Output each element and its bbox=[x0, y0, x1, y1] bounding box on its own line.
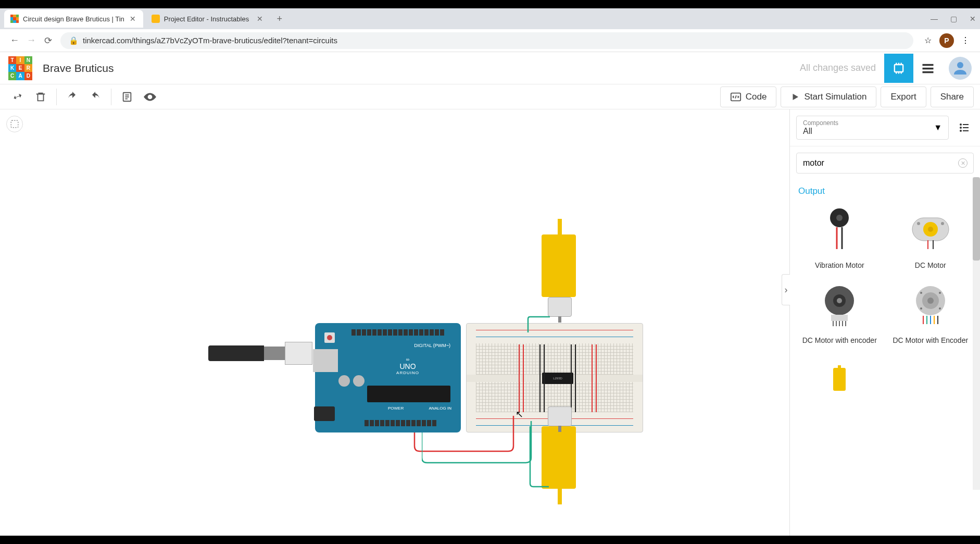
circuit-workspace: DIGITAL (PWM~) ∞ UNO ARDUINO POWER ANALO… bbox=[208, 162, 677, 500]
circuit-canvas[interactable]: DIGITAL (PWM~) ∞ UNO ARDUINO POWER ANALO… bbox=[0, 109, 789, 536]
vibration-motor-icon bbox=[813, 205, 865, 257]
close-icon[interactable]: ✕ bbox=[256, 15, 264, 23]
close-window-icon[interactable]: ✕ bbox=[970, 15, 976, 23]
redo-button[interactable] bbox=[84, 85, 107, 108]
save-status: All changes saved bbox=[800, 63, 876, 73]
svg-rect-57 bbox=[838, 365, 841, 369]
browser-tab-strip: Circuit design Brave Bruticus | Tin ✕ Pr… bbox=[0, 8, 980, 29]
dc-motor-icon bbox=[904, 205, 957, 257]
svg-rect-38 bbox=[831, 315, 848, 321]
reload-button[interactable]: ⟳ bbox=[40, 32, 56, 49]
svg-rect-7 bbox=[923, 64, 934, 66]
component-gearmotor[interactable] bbox=[796, 355, 883, 411]
schematic-view-button[interactable] bbox=[913, 54, 943, 83]
svg-point-30 bbox=[928, 227, 933, 232]
scrollbar-thumb[interactable] bbox=[973, 177, 980, 261]
category-heading: Output bbox=[798, 186, 972, 196]
select-label: Components bbox=[803, 119, 942, 127]
svg-point-50 bbox=[939, 307, 941, 310]
svg-point-31 bbox=[917, 222, 920, 225]
wire-green-motor-bottom[interactable] bbox=[528, 426, 570, 491]
svg-rect-17 bbox=[11, 120, 18, 128]
minimize-icon[interactable]: — bbox=[931, 15, 938, 23]
close-icon[interactable]: ✕ bbox=[129, 15, 137, 23]
export-button[interactable]: Export bbox=[881, 86, 926, 107]
project-title[interactable]: Brave Bruticus bbox=[43, 62, 800, 75]
component-search-input[interactable] bbox=[796, 153, 974, 174]
svg-point-15 bbox=[149, 95, 151, 97]
svg-point-22 bbox=[960, 130, 962, 132]
arduino-brand: ARDUINO bbox=[396, 370, 419, 375]
start-simulation-button[interactable]: Start Simulation bbox=[781, 86, 876, 107]
svg-point-46 bbox=[927, 298, 934, 304]
tab-title: Project Editor - Instructables bbox=[164, 15, 252, 23]
arduino-power-label: POWER bbox=[388, 406, 404, 411]
separator bbox=[56, 89, 57, 105]
lock-icon: 🔒 bbox=[69, 36, 79, 45]
component-dc-motor-encoder-2[interactable]: DC Motor with Encoder bbox=[887, 280, 974, 344]
browser-address-bar: ← → ⟳ 🔒 tinkercad.com/things/aZ7bVcZyOTm… bbox=[0, 29, 980, 52]
arduino-model: UNO bbox=[396, 362, 419, 370]
forward-button[interactable]: → bbox=[23, 32, 40, 49]
bookmark-icon[interactable]: ☆ bbox=[920, 32, 936, 49]
svg-point-18 bbox=[960, 123, 962, 126]
browser-menu-icon[interactable]: ⋮ bbox=[957, 32, 974, 49]
svg-point-37 bbox=[837, 298, 842, 303]
visibility-button[interactable] bbox=[139, 85, 161, 108]
export-label: Export bbox=[890, 92, 916, 102]
select-value: All bbox=[803, 127, 942, 136]
instructables-favicon bbox=[152, 15, 160, 23]
component-dc-motor-encoder-1[interactable]: DC Motor with encoder bbox=[796, 280, 883, 344]
profile-button[interactable]: P bbox=[938, 32, 955, 49]
search-clear-button[interactable]: ✕ bbox=[958, 158, 968, 168]
wire-green-bottom[interactable] bbox=[422, 416, 630, 480]
panel-scrollbar[interactable] bbox=[973, 177, 980, 490]
app-toolbar: Code Start Simulation Export Share bbox=[0, 84, 980, 109]
code-label: Code bbox=[746, 92, 767, 102]
panel-collapse-button[interactable]: › bbox=[782, 274, 790, 305]
components-panel: › Components All ▼ ✕ Output bbox=[789, 109, 980, 536]
component-vibration-motor[interactable]: Vibration Motor bbox=[796, 205, 883, 269]
share-label: Share bbox=[940, 92, 964, 102]
notes-button[interactable] bbox=[116, 85, 139, 108]
tab-title: Circuit design Brave Bruticus | Tin bbox=[23, 15, 124, 23]
tinkercad-logo[interactable]: TINKERCAD bbox=[8, 56, 32, 80]
svg-rect-21 bbox=[963, 127, 969, 128]
circuit-view-button[interactable] bbox=[884, 54, 913, 83]
url-text: tinkercad.com/things/aZ7bVcZyOTm-brave-b… bbox=[83, 36, 337, 45]
url-input[interactable]: 🔒 tinkercad.com/things/aZ7bVcZyOTm-brave… bbox=[60, 32, 913, 49]
browser-tab-active[interactable]: Circuit design Brave Bruticus | Tin ✕ bbox=[4, 10, 143, 28]
svg-rect-19 bbox=[963, 124, 969, 125]
component-label: DC Motor with Encoder bbox=[893, 336, 968, 344]
back-button[interactable]: ← bbox=[6, 32, 23, 49]
component-category-select[interactable]: Components All ▼ bbox=[796, 116, 949, 140]
code-button[interactable]: Code bbox=[720, 86, 777, 107]
rotate-button[interactable] bbox=[6, 85, 29, 108]
svg-rect-8 bbox=[923, 67, 934, 69]
browser-tab-inactive[interactable]: Project Editor - Instructables ✕ bbox=[145, 10, 270, 28]
maximize-icon[interactable]: ▢ bbox=[950, 15, 957, 23]
component-dc-motor[interactable]: DC Motor bbox=[887, 205, 974, 269]
simulation-label: Start Simulation bbox=[804, 92, 866, 102]
delete-button[interactable] bbox=[29, 85, 52, 108]
user-avatar[interactable] bbox=[949, 57, 972, 80]
svg-rect-9 bbox=[923, 71, 934, 73]
tinkercad-favicon bbox=[10, 15, 19, 23]
usb-cable[interactable] bbox=[208, 343, 312, 364]
undo-button[interactable] bbox=[61, 85, 84, 108]
svg-point-47 bbox=[920, 292, 922, 294]
zoom-fit-button[interactable] bbox=[6, 116, 23, 132]
app-header: TINKERCAD Brave Bruticus All changes sav… bbox=[0, 52, 980, 84]
chevron-down-icon: ▼ bbox=[934, 123, 942, 132]
svg-rect-56 bbox=[833, 368, 846, 391]
component-label: DC Motor with encoder bbox=[802, 336, 877, 344]
dc-motor-encoder-icon bbox=[904, 280, 957, 332]
list-view-button[interactable] bbox=[955, 118, 974, 137]
profile-avatar: P bbox=[939, 33, 954, 48]
new-tab-button[interactable]: + bbox=[272, 11, 287, 26]
svg-point-32 bbox=[941, 222, 944, 225]
share-button[interactable]: Share bbox=[931, 86, 974, 107]
dc-motor-encoder-icon bbox=[813, 280, 865, 332]
svg-point-49 bbox=[920, 307, 922, 310]
separator bbox=[111, 89, 111, 105]
